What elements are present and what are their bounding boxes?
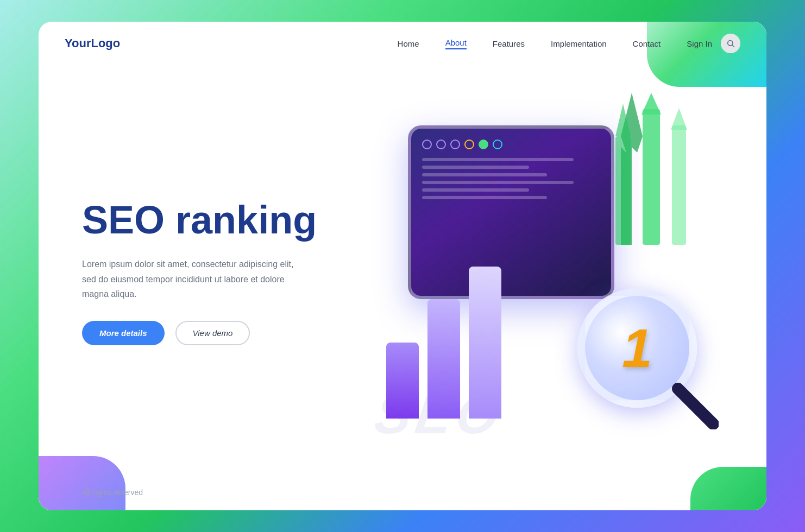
dot-purple3 — [450, 140, 460, 149]
monitor-line-5 — [422, 188, 529, 192]
bar-2 — [427, 299, 460, 419]
monitor-line-1 — [422, 158, 574, 161]
search-icon-button[interactable] — [721, 34, 740, 53]
bar-chart — [386, 267, 501, 419]
dot-teal — [493, 140, 502, 149]
svg-rect-4 — [615, 136, 631, 245]
sign-in-button[interactable]: Sign In — [687, 39, 712, 48]
hero-description: Lorem ipsum dolor sit amet, consectetur … — [82, 257, 299, 301]
svg-line-10 — [678, 389, 713, 424]
page-card: YourLogo Home About Features Implementat… — [39, 22, 766, 510]
bar-1 — [386, 343, 419, 419]
btn-group: More details View demo — [82, 321, 343, 345]
growth-arrows — [605, 93, 713, 245]
right-panel: SEO — [343, 82, 740, 462]
svg-marker-9 — [671, 108, 687, 130]
magnifying-glass: 1 — [577, 288, 719, 429]
monitor-line-6 — [422, 196, 547, 199]
svg-point-0 — [728, 41, 733, 46]
more-details-button[interactable]: More details — [82, 321, 165, 345]
dot-green — [479, 140, 488, 149]
search-icon — [726, 39, 735, 48]
nav-link-implementation[interactable]: Implementation — [551, 39, 607, 48]
dot-purple — [422, 140, 432, 149]
left-panel: SEO ranking Lorem ipsum dolor sit amet, … — [82, 199, 343, 345]
monitor-dots — [422, 140, 600, 149]
nav-link-features[interactable]: Features — [493, 39, 525, 48]
dot-yellow — [464, 140, 474, 149]
main-content: SEO ranking Lorem ipsum dolor sit amet, … — [39, 65, 766, 479]
monitor-line-3 — [422, 173, 547, 176]
logo: YourLogo — [65, 36, 120, 50]
nav-link-contact[interactable]: Contact — [633, 39, 661, 48]
magnifier-handle-svg — [577, 288, 719, 429]
nav-link-home[interactable]: Home — [398, 39, 419, 48]
footer: All rights reserved — [39, 479, 766, 510]
navbar: YourLogo Home About Features Implementat… — [39, 22, 766, 65]
svg-rect-8 — [672, 125, 686, 245]
nav-link-about[interactable]: About — [445, 38, 467, 49]
dot-purple2 — [436, 140, 446, 149]
svg-rect-6 — [643, 109, 660, 245]
bar-3 — [469, 267, 501, 419]
svg-marker-7 — [642, 93, 661, 115]
nav-links: Home About Features Implementation Conta… — [398, 38, 661, 49]
hero-title: SEO ranking — [82, 199, 343, 242]
footer-copyright: All rights reserved — [82, 488, 143, 497]
monitor-line-2 — [422, 166, 529, 169]
monitor-line-4 — [422, 181, 574, 184]
nav-right: Sign In — [687, 34, 740, 53]
svg-line-1 — [732, 45, 734, 47]
view-demo-button[interactable]: View demo — [175, 321, 250, 345]
